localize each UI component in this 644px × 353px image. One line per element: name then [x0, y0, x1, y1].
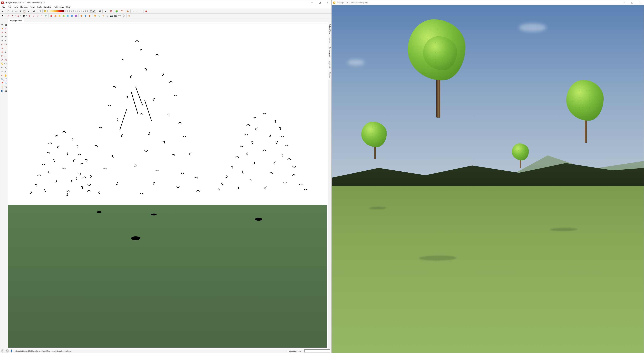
- enscape-vr-icon[interactable]: 👓: [118, 14, 122, 18]
- enscape-start-icon[interactable]: [93, 14, 97, 18]
- tool-freehand-icon[interactable]: [4, 31, 8, 34]
- tool-followme-icon[interactable]: [4, 54, 8, 58]
- rotate-copy-icon[interactable]: ⟳: [32, 14, 36, 18]
- menu-help[interactable]: Help: [65, 6, 72, 9]
- tool-tape-icon[interactable]: 📏: [0, 62, 4, 66]
- paint-dropdown-icon[interactable]: ▼: [14, 15, 16, 16]
- menu-tools[interactable]: Tools: [36, 6, 43, 9]
- tool-protractor-icon[interactable]: ◠: [0, 66, 4, 70]
- scale-copy-icon[interactable]: ⤢: [36, 14, 40, 18]
- tool-move-icon[interactable]: ✥: [0, 50, 4, 54]
- tool-section-icon[interactable]: ◫: [4, 85, 8, 89]
- enscape-screenshot-icon[interactable]: 📷: [110, 14, 113, 18]
- reload-icon[interactable]: ↻: [44, 14, 48, 18]
- tool-walk2-icon[interactable]: 👣: [0, 89, 4, 93]
- month-strip[interactable]: J F M A M J J A S O N D: [65, 10, 89, 12]
- enscape-live-icon[interactable]: ⟳: [102, 14, 105, 18]
- tool-position-camera-icon[interactable]: 📍: [0, 82, 4, 85]
- tool-rotated-rect-icon[interactable]: [4, 34, 8, 38]
- tool-look-around-icon[interactable]: 👁: [4, 82, 8, 85]
- sketchup-viewport[interactable]: [8, 23, 327, 348]
- eraser-icon[interactable]: [6, 14, 10, 18]
- shadow-gradient-bar[interactable]: [48, 10, 64, 12]
- print-icon[interactable]: 🖨: [32, 9, 36, 13]
- menu-draw[interactable]: Draw: [29, 6, 36, 9]
- tray-tab-scenes[interactable]: Scenes: [328, 70, 332, 80]
- move-copy-icon[interactable]: ✥: [28, 14, 31, 18]
- profile-builder-icon[interactable]: [126, 9, 130, 13]
- render-btn-2-icon[interactable]: [54, 14, 57, 18]
- dimension-style-icon[interactable]: [139, 9, 142, 13]
- cube-blue-icon[interactable]: [84, 14, 87, 18]
- tool-text-icon[interactable]: A: [4, 66, 8, 70]
- shadow-toggle-icon[interactable]: [44, 9, 47, 13]
- copy-icon[interactable]: ⎘: [18, 9, 22, 13]
- tool-polygon-icon[interactable]: [4, 38, 8, 42]
- pointer-icon[interactable]: [1, 14, 4, 18]
- maximize-button-right[interactable]: [628, 0, 636, 5]
- minimize-button-right[interactable]: [620, 0, 628, 5]
- person-status-icon[interactable]: 👤: [10, 350, 13, 352]
- paint-bucket-icon[interactable]: [10, 14, 14, 18]
- enscape-sync-icon[interactable]: ⟲: [97, 14, 101, 18]
- tool-2pt-arc-icon[interactable]: [4, 42, 8, 46]
- model-info-icon[interactable]: ⓘ: [38, 9, 42, 13]
- render-btn-3-icon[interactable]: [58, 14, 62, 18]
- ruby-console-icon[interactable]: [144, 9, 148, 13]
- enscape-settings-icon[interactable]: ⚙: [127, 14, 131, 18]
- info-status-icon[interactable]: ⓘ: [6, 350, 9, 352]
- close-button[interactable]: [324, 0, 332, 5]
- enscape-export-icon[interactable]: 🖨: [106, 14, 109, 18]
- tool-zoom-extents-icon[interactable]: ⛶: [4, 78, 8, 81]
- render-btn-7-icon[interactable]: [74, 14, 78, 18]
- tray-tab-components[interactable]: Components: [328, 45, 332, 59]
- maximize-button[interactable]: [316, 0, 324, 5]
- tool-pan-icon[interactable]: ✋: [4, 74, 8, 77]
- warehouse-icon[interactable]: 🏛: [98, 9, 102, 13]
- tool-rotate-icon[interactable]: ⟳: [0, 54, 4, 58]
- enscape-info-icon[interactable]: ⓘ: [122, 14, 126, 18]
- extension-warehouse-icon[interactable]: 🧩: [114, 9, 118, 13]
- shape-dropdown-icon[interactable]: ▼: [20, 15, 22, 16]
- paste-icon[interactable]: 📋: [22, 9, 26, 13]
- menu-view[interactable]: View: [12, 6, 19, 9]
- tool-zoom-icon[interactable]: 🔍: [0, 78, 4, 81]
- tool-pie-icon[interactable]: [4, 46, 8, 50]
- tool-circle-icon[interactable]: [0, 38, 4, 42]
- render-btn-4-icon[interactable]: [62, 14, 66, 18]
- enscape-video-icon[interactable]: 🎬: [114, 14, 117, 18]
- tool-dimension-icon[interactable]: ⟷: [4, 62, 8, 66]
- stamp-icon[interactable]: ⬢: [22, 14, 26, 18]
- tray-tab-layers[interactable]: Layers: [328, 36, 332, 45]
- tool-walk-icon[interactable]: 🚶: [0, 85, 4, 89]
- scene-tab-enscape-view[interactable]: Enscape view: [8, 19, 24, 22]
- globe-rw-icon[interactable]: [120, 9, 124, 13]
- measurements-input[interactable]: [304, 350, 330, 352]
- mirror-icon[interactable]: ⇋: [40, 14, 44, 18]
- close-button-right[interactable]: [636, 0, 644, 5]
- tool-offset-icon[interactable]: ◎: [4, 58, 8, 62]
- tool-eraser-icon[interactable]: [4, 27, 8, 30]
- redo-icon[interactable]: ↷: [10, 9, 14, 13]
- menu-file[interactable]: File: [1, 6, 6, 9]
- tool-pushpull-icon[interactable]: [4, 50, 8, 54]
- tool-section2-icon[interactable]: ▤: [4, 89, 8, 93]
- menu-edit[interactable]: Edit: [6, 6, 12, 9]
- tool-select-icon[interactable]: [0, 23, 4, 26]
- tool-arc-icon[interactable]: [0, 42, 4, 46]
- minimize-button[interactable]: [308, 0, 316, 5]
- undo-icon[interactable]: ↶: [6, 9, 10, 13]
- layers-icon[interactable]: 🗂: [132, 9, 135, 13]
- menu-camera[interactable]: Camera: [19, 6, 29, 9]
- delete-icon[interactable]: ✖: [26, 9, 30, 13]
- layers-dropdown-icon[interactable]: ▼: [136, 10, 137, 12]
- help-icon[interactable]: ?: [1, 350, 4, 352]
- tool-axes-icon[interactable]: ✳: [0, 70, 4, 74]
- cube-orange2-icon[interactable]: [88, 14, 92, 18]
- tray-tab-default[interactable]: Default Tray: [328, 22, 332, 36]
- render-btn-6-icon[interactable]: [70, 14, 74, 18]
- render-btn-5-icon[interactable]: [66, 14, 70, 18]
- tool-orbit-icon[interactable]: ⟲: [0, 74, 4, 77]
- cut-icon[interactable]: ✂: [14, 9, 18, 13]
- tool-3pt-arc-icon[interactable]: [0, 46, 4, 50]
